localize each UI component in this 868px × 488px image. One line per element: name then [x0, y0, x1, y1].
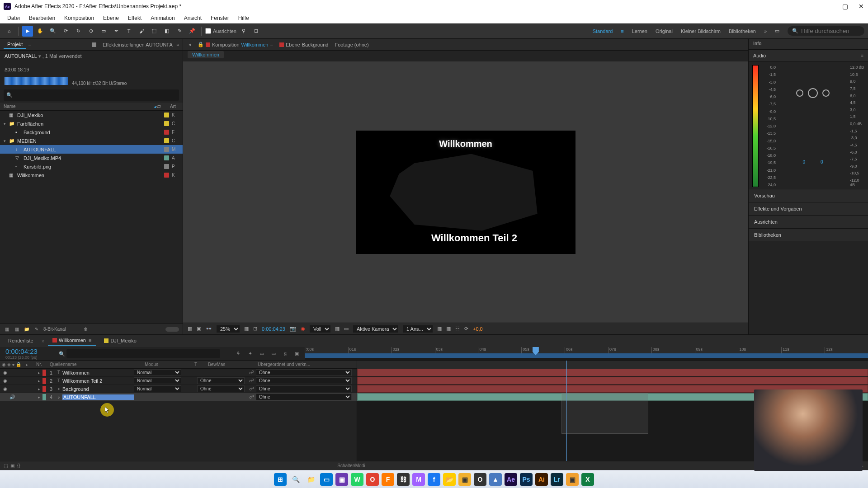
- taskbar-icon[interactable]: O: [474, 473, 486, 486]
- col-header-name[interactable]: Quellenname: [50, 362, 145, 367]
- ruler-tick[interactable]: 04s: [478, 347, 521, 353]
- taskbar-icon[interactable]: ▭: [320, 473, 333, 486]
- trackmatte-dropdown[interactable]: Ohne: [197, 385, 245, 392]
- info-panel-header[interactable]: Info: [749, 39, 868, 50]
- taskbar-icon[interactable]: 📂: [443, 473, 456, 486]
- menu-ansicht[interactable]: Ansicht: [179, 14, 206, 22]
- snap-icon[interactable]: ⚲: [238, 26, 249, 37]
- tl-footer-icon-1[interactable]: ⬚: [4, 463, 8, 468]
- taskbar-icon[interactable]: ▣: [566, 473, 579, 486]
- tl-icon-2[interactable]: ✦: [246, 350, 254, 358]
- audio-knob-left[interactable]: [796, 89, 803, 97]
- col-header-parent[interactable]: Übergeordnet und verkn...: [258, 362, 357, 367]
- ruler-tick[interactable]: :00s: [305, 347, 348, 353]
- panel-menu-icon[interactable]: ≡: [861, 53, 863, 58]
- tl-footer-icon-2[interactable]: ▣: [10, 463, 14, 468]
- project-item[interactable]: ▾📁FarbflächenC: [0, 119, 183, 128]
- ruler-tick[interactable]: 10s: [738, 347, 781, 353]
- stamp-tool[interactable]: ⬚: [149, 26, 160, 37]
- asset-name-dropdown[interactable]: AUTOUNFALL: [5, 53, 37, 59]
- ruler-tick[interactable]: 02s: [392, 347, 435, 353]
- menu-fenster[interactable]: Fenster: [206, 14, 234, 22]
- menu-bearbeiten[interactable]: Bearbeiten: [24, 14, 60, 22]
- taskbar-icon[interactable]: Ae: [505, 473, 517, 486]
- project-tab[interactable]: Projekt: [4, 41, 26, 49]
- ruler-tick[interactable]: 11s: [781, 347, 825, 353]
- rect-tool[interactable]: ▭: [98, 26, 109, 37]
- parent-dropdown[interactable]: Ohne: [256, 377, 352, 384]
- taskbar-icon[interactable]: O: [366, 473, 379, 486]
- bit-depth[interactable]: 8-Bit-Kanal: [43, 327, 66, 332]
- layer-viewer-tab[interactable]: Ebene Background: [279, 42, 329, 47]
- taskbar-icon[interactable]: ▣: [458, 473, 471, 486]
- align-checkbox[interactable]: [205, 28, 211, 34]
- viewer-timecode[interactable]: 0:00:04:23: [262, 326, 285, 332]
- audio-knob-master[interactable]: [808, 88, 818, 98]
- col-header-t[interactable]: T: [194, 362, 208, 367]
- brush-tool[interactable]: 🖌: [136, 26, 147, 37]
- taskbar-icon[interactable]: 📁: [305, 473, 317, 486]
- region-icon[interactable]: ▭: [344, 326, 349, 332]
- taskbar-icon[interactable]: Ps: [520, 473, 533, 486]
- taskbar-icon[interactable]: 🔍: [289, 473, 302, 486]
- panel-section[interactable]: Ausrichten: [749, 215, 868, 228]
- taskbar-icon[interactable]: Ai: [535, 473, 548, 486]
- taskbar-icon[interactable]: ▣: [335, 473, 348, 486]
- footage-viewer-tab[interactable]: Footage (ohne): [335, 42, 368, 47]
- comp-viewer-tab[interactable]: 🔒 Komposition Willkommen ≡: [198, 42, 273, 47]
- switch-mode-toggle[interactable]: Schalter/Modi: [337, 463, 365, 468]
- audio-knob-right[interactable]: [822, 89, 830, 97]
- ruler-tick[interactable]: 07s: [608, 347, 651, 353]
- col-name-header[interactable]: Name: [4, 104, 154, 109]
- ruler-tick[interactable]: 03s: [435, 347, 478, 353]
- trash-icon[interactable]: 🗑: [83, 326, 89, 333]
- alpha-icon[interactable]: ▦: [188, 326, 192, 332]
- close-button[interactable]: ✕: [858, 3, 864, 9]
- tl-icon-4[interactable]: ▭: [269, 350, 278, 358]
- draft3d-icon[interactable]: ▦: [437, 326, 442, 332]
- taskbar-icon[interactable]: ⛓: [397, 473, 410, 486]
- layer-row[interactable]: ◉▸1TWillkommenNormal☍Ohne: [0, 369, 357, 377]
- selection-tool[interactable]: ▶: [22, 26, 33, 37]
- orbit-tool[interactable]: ⟳: [60, 26, 71, 37]
- exposure-value[interactable]: +0,0: [473, 326, 483, 332]
- col-header-mode[interactable]: Modus: [145, 362, 194, 367]
- workspace-active[interactable]: Standard: [593, 28, 613, 34]
- puppet-tool[interactable]: 📌: [187, 26, 198, 37]
- timeline-timecode[interactable]: 0:00:04:23: [5, 347, 53, 355]
- mode-dropdown[interactable]: Normal: [134, 385, 181, 392]
- effect-settings-tab[interactable]: Effekteinstellungen AUTOUNFA: [99, 41, 176, 48]
- new-folder-icon[interactable]: 📁: [24, 326, 30, 333]
- comp-breadcrumb[interactable]: Willkommen: [188, 51, 224, 58]
- text-tool[interactable]: T: [123, 26, 134, 37]
- menu-komposition[interactable]: Komposition: [60, 14, 99, 22]
- fast-preview-icon[interactable]: ▦: [446, 326, 451, 332]
- renderlist-tab[interactable]: Renderliste: [4, 337, 38, 345]
- panel-section[interactable]: Vorschau: [749, 189, 868, 202]
- taskbar-icon[interactable]: W: [351, 473, 363, 486]
- composition-viewer[interactable]: Willkommen Willkommen Teil 2: [183, 61, 748, 323]
- taskbar-icon[interactable]: Lr: [551, 473, 563, 486]
- tl-icon-6[interactable]: ▣: [293, 350, 301, 358]
- taskbar-icon[interactable]: ⊞: [274, 473, 287, 486]
- workspace-learn[interactable]: Lernen: [632, 28, 647, 34]
- footer-toggle[interactable]: [165, 327, 179, 332]
- taskbar-icon[interactable]: ▲: [489, 473, 502, 486]
- maximize-button[interactable]: ▢: [842, 3, 848, 9]
- rotate-tool[interactable]: ↻: [73, 26, 84, 37]
- anchor-tool[interactable]: ⊕: [85, 26, 96, 37]
- ruler-tick[interactable]: 06s: [565, 347, 608, 353]
- layer-row[interactable]: 🔊▸4♪AUTOUNFALL☍Ohne: [0, 393, 357, 401]
- col-type-header[interactable]: Art: [170, 104, 179, 109]
- menu-datei[interactable]: Datei: [3, 14, 24, 22]
- menu-hilfe[interactable]: Hilfe: [234, 14, 254, 22]
- ruler-tick[interactable]: 05s: [521, 347, 565, 353]
- timeline-comp-tab-other[interactable]: DJI_Mexiko: [99, 337, 141, 345]
- help-search-input[interactable]: [801, 28, 860, 34]
- adjust-icon[interactable]: ✎: [33, 326, 40, 333]
- tl-icon-5[interactable]: ⎘: [281, 350, 289, 358]
- pen-tool[interactable]: ✒: [111, 26, 122, 37]
- zoom-tool[interactable]: 🔍: [47, 26, 58, 37]
- glasses-icon[interactable]: 👓: [206, 326, 212, 332]
- project-item[interactable]: ▦DJI_MexikoK: [0, 111, 183, 119]
